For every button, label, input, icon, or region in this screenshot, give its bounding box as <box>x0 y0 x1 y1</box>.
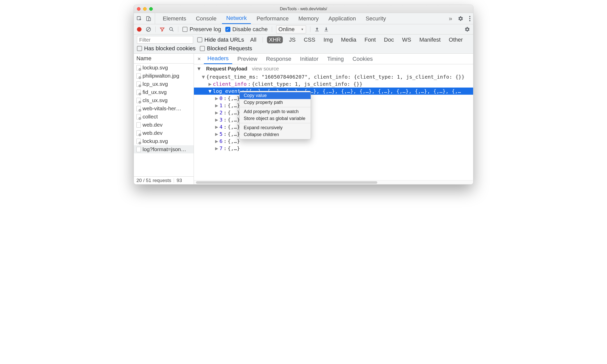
tree-row-child[interactable]: ▶1: {,…} <box>194 102 473 109</box>
request-row[interactable]: lcp_ux.svg <box>134 80 194 88</box>
type-font[interactable]: Font <box>363 36 378 43</box>
tree-value: {,…} <box>228 110 240 116</box>
tree-row-child[interactable]: ▶2: {,…} <box>194 109 473 116</box>
tab-console[interactable]: Console <box>192 13 221 24</box>
tree-row-child[interactable]: ▶7: {,…} <box>194 145 473 152</box>
close-detail-button[interactable]: × <box>196 54 202 64</box>
record-button[interactable] <box>137 27 142 32</box>
request-count: 20 / 51 requests <box>136 178 171 183</box>
throttling-selected: Online <box>278 26 295 33</box>
filter-icon[interactable] <box>160 27 165 32</box>
detail-tab-bar: × Headers Preview Response Initiator Tim… <box>194 54 473 64</box>
menu-store-global[interactable]: Store object as global variable <box>240 115 311 122</box>
menu-collapse-children[interactable]: Collapse children <box>240 131 311 138</box>
preserve-log-checkbox[interactable]: Preserve log <box>182 26 221 33</box>
type-other[interactable]: Other <box>447 36 465 43</box>
request-row[interactable]: collect <box>134 113 194 121</box>
request-name: web.dev <box>143 122 162 128</box>
filter-input[interactable] <box>137 36 193 44</box>
type-manifest[interactable]: Manifest <box>417 36 442 43</box>
tree-row-log-event[interactable]: ▼ log_event: [{,…}, {,…}, {,…}, {,…}, {,… <box>194 88 473 95</box>
tab-application[interactable]: Application <box>324 13 360 24</box>
request-row[interactable]: lockup.svg <box>134 64 194 72</box>
dtab-headers[interactable]: Headers <box>204 54 232 64</box>
dtab-initiator[interactable]: Initiator <box>296 54 322 64</box>
request-name: lcp_ux.svg <box>143 81 168 87</box>
tree-row-child[interactable]: ▶0: {,…} <box>194 95 473 102</box>
has-blocked-cookies-checkbox[interactable]: Has blocked cookies <box>137 45 196 52</box>
menu-expand-recursively[interactable]: Expand recursively <box>240 124 311 131</box>
panel-tab-bar: Elements Console Network Performance Mem… <box>134 13 473 24</box>
type-img[interactable]: Img <box>321 36 335 43</box>
type-ws[interactable]: WS <box>400 36 413 43</box>
more-tabs-icon[interactable]: » <box>449 15 452 22</box>
network-settings-icon[interactable] <box>464 27 470 32</box>
type-xhr[interactable]: XHR <box>267 36 283 43</box>
settings-icon[interactable] <box>458 16 463 21</box>
svg-point-8 <box>170 27 173 30</box>
tree-row-child[interactable]: ▶5: {,…} <box>194 130 473 138</box>
dtab-cookies[interactable]: Cookies <box>349 54 376 64</box>
request-row[interactable]: web.dev <box>134 129 194 137</box>
device-toggle-icon[interactable] <box>146 16 151 21</box>
chevron-right-icon: ▶ <box>215 102 218 108</box>
payload-section-header[interactable]: ▼ Request Payload view source <box>194 64 473 73</box>
hide-data-urls-label: Hide data URLs <box>204 37 244 43</box>
blocked-requests-label: Blocked Requests <box>207 45 252 52</box>
tab-memory[interactable]: Memory <box>294 13 323 24</box>
search-icon[interactable] <box>169 27 174 32</box>
tree-value: {,…} <box>228 117 240 123</box>
tree-row-child[interactable]: ▶3: {,…} <box>194 116 473 123</box>
svg-rect-10 <box>316 31 319 31</box>
menu-copy-value[interactable]: Copy value <box>240 92 311 99</box>
view-source-link[interactable]: view source <box>252 66 279 72</box>
type-css[interactable]: CSS <box>302 36 317 43</box>
request-row[interactable]: cls_ux.svg <box>134 96 194 104</box>
tab-security[interactable]: Security <box>361 13 390 24</box>
tree-key: 4 <box>219 124 223 130</box>
horizontal-scrollbar[interactable] <box>194 180 473 184</box>
inspect-element-icon[interactable] <box>136 16 142 21</box>
dtab-preview[interactable]: Preview <box>234 54 261 64</box>
blocked-requests-checkbox[interactable]: Blocked Requests <box>200 45 252 52</box>
svg-point-5 <box>469 20 471 21</box>
upload-har-icon[interactable] <box>314 27 320 32</box>
svg-line-9 <box>172 30 173 31</box>
gear-icon <box>138 76 142 79</box>
checkbox-unchecked-icon <box>200 46 205 51</box>
dtab-timing[interactable]: Timing <box>324 54 347 64</box>
tree-row-child[interactable]: ▶6: {,…} <box>194 138 473 145</box>
type-js[interactable]: JS <box>287 36 298 43</box>
tab-performance[interactable]: Performance <box>252 13 293 24</box>
throttling-select[interactable]: Online ▼ <box>276 25 306 33</box>
tab-elements[interactable]: Elements <box>159 13 190 24</box>
menu-add-watch[interactable]: Add property path to watch <box>240 108 311 115</box>
tree-key: client_info <box>213 81 247 87</box>
request-row[interactable]: philipwalton.jpg <box>134 72 194 80</box>
scrollbar-thumb[interactable] <box>196 181 377 184</box>
menu-separator <box>240 123 311 123</box>
request-row[interactable]: web-vitals-her… <box>134 104 194 113</box>
type-media[interactable]: Media <box>339 36 358 43</box>
download-har-icon[interactable] <box>324 27 329 32</box>
dtab-response[interactable]: Response <box>262 54 295 64</box>
tab-network[interactable]: Network <box>222 13 251 24</box>
disable-cache-checkbox[interactable]: ✓ Disable cache <box>225 26 268 33</box>
type-all[interactable]: All <box>248 36 258 43</box>
request-row[interactable]: fid_ux.svg <box>134 88 194 96</box>
request-row[interactable]: lockup.svg <box>134 137 194 145</box>
hide-data-urls-checkbox[interactable]: Hide data URLs <box>197 37 244 43</box>
menu-copy-property-path[interactable]: Copy property path <box>240 99 311 106</box>
tree-value: {request_time_ms: "1605078406207", clien… <box>206 74 464 80</box>
request-list[interactable]: lockup.svgphilipwalton.jpglcp_ux.svgfid_… <box>134 64 194 176</box>
clear-icon[interactable] <box>146 27 151 32</box>
tree-row-child[interactable]: ▶4: {,…} <box>194 123 473 130</box>
type-doc[interactable]: Doc <box>382 36 396 43</box>
svg-rect-2 <box>149 18 150 21</box>
tree-value: {,…} <box>228 145 240 151</box>
tree-row-root[interactable]: ▼ {request_time_ms: "1605078406207", cli… <box>194 73 473 80</box>
request-row[interactable]: log?format=json… <box>134 145 194 153</box>
request-row[interactable]: web.dev <box>134 121 194 129</box>
tree-row-client-info[interactable]: ▶ client_info: {client_type: 1, js_clien… <box>194 80 473 88</box>
kebab-menu-icon[interactable] <box>469 16 471 21</box>
